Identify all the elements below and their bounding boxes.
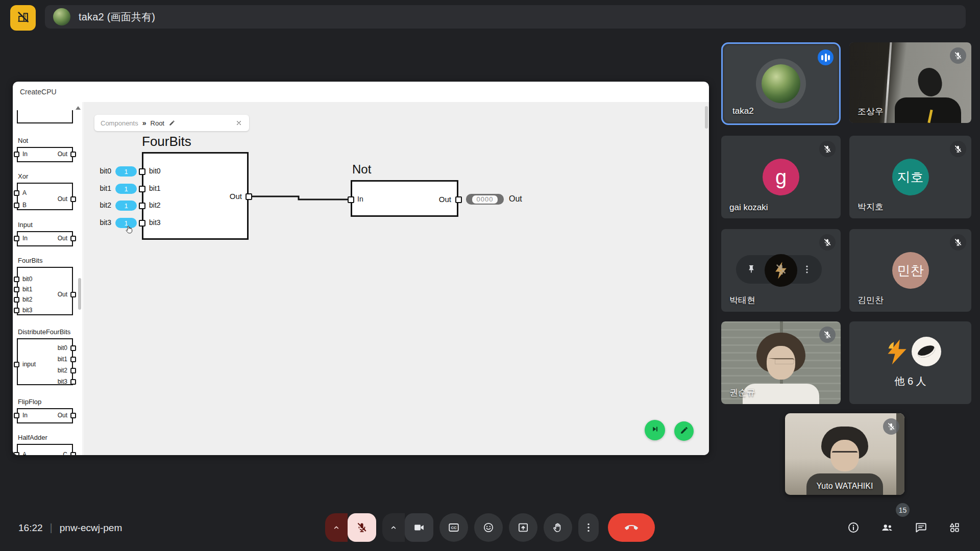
output-readout-value: 0000 [472, 195, 498, 204]
reactions-button[interactable] [474, 513, 503, 542]
mic-button[interactable] [348, 513, 376, 542]
port-label: In [22, 412, 28, 419]
participant-tile-조상우[interactable]: 조상우 [849, 42, 971, 123]
people-button[interactable] [875, 515, 899, 540]
participant-name: gai kozaki [729, 203, 768, 213]
participant-tile-권순규[interactable]: 권순규 [721, 321, 841, 404]
mic-control-group [325, 513, 376, 542]
presenter-avatar [53, 8, 70, 26]
palette-component-partial[interactable] [17, 110, 73, 123]
clock: 16:22 [18, 522, 43, 533]
raise-hand-button[interactable] [544, 513, 572, 542]
breadcrumb-separator: » [142, 119, 146, 127]
participant-tile-gai kozaki[interactable]: ggai kozaki [721, 136, 841, 218]
glasses [832, 451, 857, 456]
tile-content: 他 6 人 [849, 321, 971, 404]
input-port [14, 287, 19, 292]
bit-toggle-bit1[interactable]: 1 [115, 184, 137, 194]
info-button[interactable] [841, 515, 866, 540]
port-label: bit1 [58, 356, 67, 363]
breadcrumb-root[interactable]: Root [151, 119, 164, 127]
avatar: g [763, 159, 799, 195]
edit-mode-button[interactable] [674, 421, 694, 441]
not-in-port[interactable] [348, 196, 354, 203]
port-label: Out [58, 291, 67, 298]
tile-content: 박태현 [721, 229, 841, 312]
camera-options-chevron[interactable] [382, 513, 405, 542]
activities-button[interactable] [942, 515, 967, 540]
fourbits-input-label: bit0 [91, 167, 111, 175]
canvas-scrollbar-thumb[interactable] [705, 106, 708, 129]
self-view-tile[interactable]: Yuto WATAHIKI [785, 413, 904, 495]
fourbits-input-label: bit3 [91, 218, 111, 227]
fourbits-port-label: bit3 [149, 218, 161, 227]
fourbits-port-label: bit0 [149, 167, 161, 175]
participant-name: taka2 [732, 106, 754, 116]
port-label: In [22, 151, 28, 158]
input-port [14, 452, 19, 455]
participant-tile-박태현[interactable]: 박태현 [721, 229, 841, 312]
input-port [14, 236, 19, 241]
participant-tile-taka2[interactable]: taka2 [721, 42, 841, 125]
not-in-label: In [357, 195, 363, 203]
close-icon[interactable] [235, 119, 243, 127]
breadcrumb-components[interactable]: Components [101, 119, 138, 127]
tile-more-icon[interactable] [801, 264, 813, 275]
fourbits-port-label: bit2 [149, 201, 161, 209]
port-label: bit0 [22, 276, 32, 283]
output-port [70, 413, 76, 418]
participant-name: 김민찬 [857, 294, 884, 306]
port-label: bit2 [58, 367, 67, 374]
svg-text:CC: CC [451, 525, 457, 530]
presentation-app-button[interactable] [10, 5, 36, 31]
fourbits-out-port[interactable] [246, 193, 252, 200]
meta-divider: | [50, 522, 53, 534]
tile-content: 조상우 [849, 42, 971, 123]
end-call-button[interactable] [608, 513, 655, 542]
bit-toggle-bit0[interactable]: 1 [115, 166, 137, 177]
fourbits-port-label: bit1 [149, 184, 161, 192]
self-name: Yuto WATAHIKI [785, 482, 904, 491]
edit-name-icon[interactable] [168, 119, 176, 127]
output-port [70, 345, 76, 351]
port-label: Out [58, 235, 67, 242]
fourbits-in-port[interactable] [139, 203, 145, 209]
participant-tile-김민찬[interactable]: 민찬김민찬 [849, 229, 971, 312]
step-button[interactable] [645, 420, 665, 440]
avatar [765, 254, 797, 287]
input-port [14, 297, 19, 303]
mic-muted-icon [950, 141, 966, 157]
overflow-avatar-cookie-icon [912, 337, 941, 366]
glasses [768, 358, 794, 364]
mouse-cursor [124, 224, 134, 237]
bit-toggle-bit2[interactable]: 1 [115, 201, 137, 211]
presenter-pill[interactable]: taka2 (画面共有) [45, 5, 966, 29]
light-streak [884, 42, 892, 123]
palette-component-label: DistributeFourBits [18, 328, 70, 336]
more-options-button[interactable] [578, 513, 599, 542]
top-bar: taka2 (画面共有) [0, 0, 980, 35]
present-button[interactable] [509, 513, 537, 542]
not-out-port[interactable] [455, 196, 462, 203]
output-port [70, 357, 76, 362]
participant-tile-박지호[interactable]: 지호박지호 [849, 136, 971, 218]
palette-scrollbar-thumb[interactable] [78, 278, 81, 310]
chat-button[interactable] [909, 515, 933, 540]
fourbits-in-port[interactable] [139, 220, 145, 227]
pin-icon[interactable] [745, 264, 756, 275]
palette-scroll-up[interactable] [76, 106, 81, 110]
fourbits-in-port[interactable] [139, 168, 145, 175]
port-label: B [22, 202, 27, 209]
palette-component-label: Xor [18, 172, 28, 180]
fourbits-in-port[interactable] [139, 186, 145, 192]
participant-tile-他 6 人[interactable]: 他 6 人 [849, 321, 971, 404]
mic-muted-icon [819, 327, 836, 343]
avatar: 민찬 [892, 252, 929, 289]
circuit-canvas[interactable]: Components » Root FourBits bit01bit0bit1… [84, 102, 709, 455]
mic-options-chevron[interactable] [325, 513, 348, 542]
participant-name: 박지호 [857, 201, 884, 213]
fourbits-out-label: Out [220, 192, 242, 201]
camera-button[interactable] [405, 513, 433, 542]
captions-button[interactable]: CC [439, 513, 468, 542]
participant-name: 권순규 [729, 387, 755, 398]
